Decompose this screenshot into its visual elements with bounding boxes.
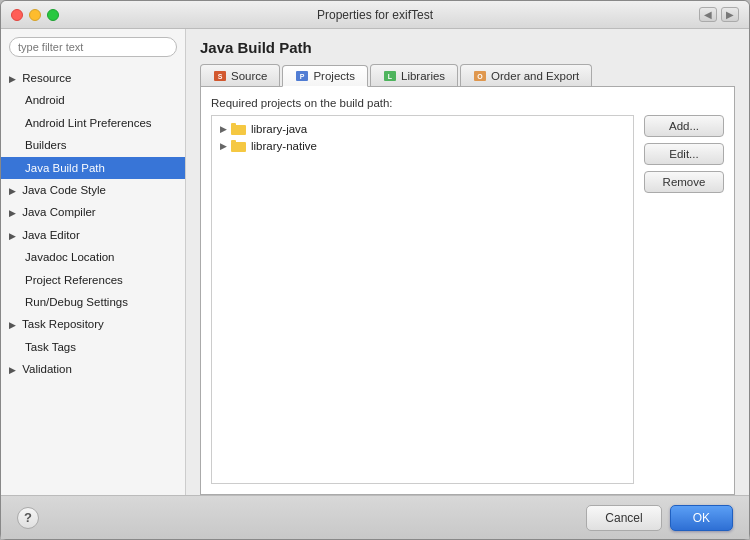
tab-order-label: Order and Export (491, 70, 579, 82)
tab-projects-label: Projects (313, 70, 355, 82)
project-item-library-java[interactable]: ▶ library-java (216, 120, 629, 137)
main-panel: Java Build Path S Source P Projects (186, 29, 749, 495)
svg-rect-12 (231, 140, 236, 143)
svg-text:P: P (300, 73, 305, 80)
sidebar-item-android[interactable]: Android (1, 89, 185, 111)
content-area: ▶ Resource Android Android Lint Preferen… (1, 29, 749, 495)
tab-projects[interactable]: P Projects (282, 65, 368, 87)
minimize-button[interactable] (29, 9, 41, 21)
order-icon: O (473, 70, 487, 82)
back-arrow[interactable]: ◀ (699, 7, 717, 22)
close-button[interactable] (11, 9, 23, 21)
project-expand-arrow-java: ▶ (220, 124, 227, 134)
traffic-lights (11, 9, 59, 21)
sidebar-item-java-build-path[interactable]: Java Build Path (1, 157, 185, 179)
tab-inner: ▶ library-java ▶ (211, 115, 724, 484)
sidebar-item-task-repository[interactable]: ▶ Task Repository (1, 313, 185, 335)
tab-source[interactable]: S Source (200, 64, 280, 86)
expand-arrow-v: ▶ (9, 363, 19, 377)
main-window: Properties for exifTest ◀ ▶ ▶ Resource A… (0, 0, 750, 540)
sidebar-item-javadoc[interactable]: Javadoc Location (1, 246, 185, 268)
sidebar-item-run-debug[interactable]: Run/Debug Settings (1, 291, 185, 313)
tree-nav: ▶ Resource Android Android Lint Preferen… (1, 65, 185, 495)
sidebar-item-java-code-style[interactable]: ▶ Java Code Style (1, 179, 185, 201)
svg-text:O: O (477, 73, 483, 80)
add-button[interactable]: Add... (644, 115, 724, 137)
folder-icon-native (231, 139, 247, 152)
expand-arrow-tr: ▶ (9, 318, 19, 332)
window-title: Properties for exifTest (317, 8, 433, 22)
source-icon: S (213, 70, 227, 82)
sidebar: ▶ Resource Android Android Lint Preferen… (1, 29, 186, 495)
edit-button[interactable]: Edit... (644, 143, 724, 165)
search-input[interactable] (9, 37, 177, 57)
tab-bar: S Source P Projects L Librari (200, 64, 735, 87)
tab-source-label: Source (231, 70, 267, 82)
sidebar-item-java-editor[interactable]: ▶ Java Editor (1, 224, 185, 246)
sidebar-item-project-references[interactable]: Project References (1, 269, 185, 291)
projects-list[interactable]: ▶ library-java ▶ (211, 115, 634, 484)
sidebar-item-validation[interactable]: ▶ Validation (1, 358, 185, 380)
projects-icon: P (295, 70, 309, 82)
project-item-library-native[interactable]: ▶ library-native (216, 137, 629, 154)
libraries-icon: L (383, 70, 397, 82)
tab-content-projects: Required projects on the build path: ▶ l… (200, 87, 735, 495)
cancel-button[interactable]: Cancel (586, 505, 661, 531)
folder-icon-java (231, 122, 247, 135)
tab-libraries[interactable]: L Libraries (370, 64, 458, 86)
panel-title: Java Build Path (200, 39, 735, 56)
remove-button[interactable]: Remove (644, 171, 724, 193)
required-label: Required projects on the build path: (211, 97, 724, 109)
forward-arrow[interactable]: ▶ (721, 7, 739, 22)
titlebar: Properties for exifTest ◀ ▶ (1, 1, 749, 29)
bottom-bar: ? Cancel OK (1, 495, 749, 539)
tab-libraries-label: Libraries (401, 70, 445, 82)
expand-arrow-je: ▶ (9, 229, 19, 243)
ok-button[interactable]: OK (670, 505, 733, 531)
tab-order-export[interactable]: O Order and Export (460, 64, 592, 86)
expand-arrow-jc: ▶ (9, 206, 19, 220)
sidebar-item-builders[interactable]: Builders (1, 134, 185, 156)
expand-arrow-resource: ▶ (9, 72, 19, 86)
svg-rect-11 (231, 142, 246, 152)
maximize-button[interactable] (47, 9, 59, 21)
titlebar-nav: ◀ ▶ (699, 7, 739, 22)
project-label-native: library-native (251, 140, 317, 152)
svg-text:L: L (388, 73, 393, 80)
side-buttons: Add... Edit... Remove (644, 115, 724, 484)
svg-rect-10 (231, 123, 236, 126)
sidebar-item-resource[interactable]: ▶ Resource (1, 67, 185, 89)
help-button[interactable]: ? (17, 507, 39, 529)
sidebar-item-java-compiler[interactable]: ▶ Java Compiler (1, 201, 185, 223)
project-expand-arrow-native: ▶ (220, 141, 227, 151)
svg-text:S: S (218, 73, 223, 80)
expand-arrow-jcs: ▶ (9, 184, 19, 198)
bottom-buttons: Cancel OK (586, 505, 733, 531)
sidebar-item-android-lint[interactable]: Android Lint Preferences (1, 112, 185, 134)
sidebar-item-task-tags[interactable]: Task Tags (1, 336, 185, 358)
project-label-java: library-java (251, 123, 307, 135)
